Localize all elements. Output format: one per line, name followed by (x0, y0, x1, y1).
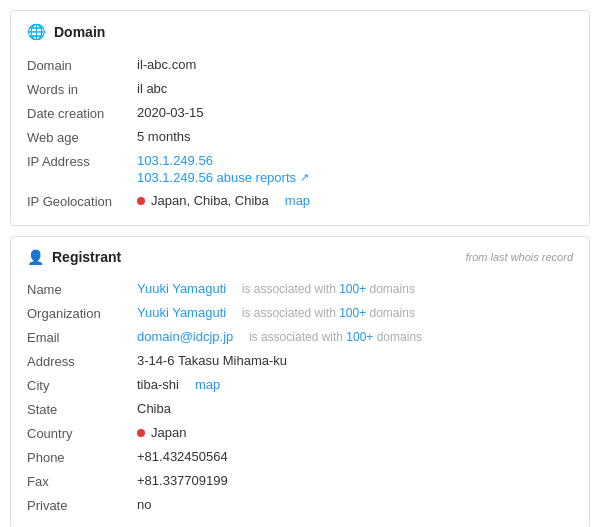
geo-dot-icon (137, 197, 145, 205)
user-icon: 👤 (27, 249, 44, 265)
org-assoc: is associated with 100+ domains (242, 306, 415, 320)
city-map-link[interactable]: map (195, 377, 220, 392)
ip-geolocation-value: Japan, Chiba, Chiba map (137, 193, 573, 208)
ip-address-block: 103.1.249.56 103.1.249.56 abuse reports … (137, 153, 573, 185)
organization-value: Yuuki Yamaguti is associated with 100+ d… (137, 305, 573, 320)
from-record-label: from last whois record (465, 251, 573, 263)
name-label: Name (27, 281, 137, 297)
domain-section-title: 🌐 Domain (27, 23, 573, 41)
city-row: City tiba-shi map (27, 373, 573, 397)
email-label: Email (27, 329, 137, 345)
date-creation-value: 2020-03-15 (137, 105, 573, 120)
domain-value: il-abc.com (137, 57, 573, 72)
registrant-section: 👤 Registrant from last whois record Name… (10, 236, 590, 527)
fax-label: Fax (27, 473, 137, 489)
address-label: Address (27, 353, 137, 369)
private-row: Private no (27, 493, 573, 517)
ip-address-row: IP Address 103.1.249.56 103.1.249.56 abu… (27, 149, 573, 189)
date-creation-row: Date creation 2020-03-15 (27, 101, 573, 125)
state-value: Chiba (137, 401, 573, 416)
ip-geolocation-label: IP Geolocation (27, 193, 137, 209)
domain-label: Domain (27, 57, 137, 73)
registrant-section-title: 👤 Registrant (27, 249, 121, 265)
city-value: tiba-shi map (137, 377, 573, 392)
external-link-icon: ↗ (300, 171, 309, 184)
city-label: City (27, 377, 137, 393)
phone-row: Phone +81.432450564 (27, 445, 573, 469)
email-value: domain@idcjp.jp is associated with 100+ … (137, 329, 573, 344)
organization-row: Organization Yuuki Yamaguti is associate… (27, 301, 573, 325)
registrant-header: 👤 Registrant from last whois record (27, 249, 573, 265)
ip-geolocation-row: IP Geolocation Japan, Chiba, Chiba map (27, 189, 573, 213)
email-link[interactable]: domain@idcjp.jp (137, 329, 233, 344)
state-label: State (27, 401, 137, 417)
geo-map-link[interactable]: map (285, 193, 310, 208)
domain-section: 🌐 Domain Domain il-abc.com Words in il a… (10, 10, 590, 226)
country-row: Country Japan (27, 421, 573, 445)
web-age-label: Web age (27, 129, 137, 145)
globe-icon: 🌐 (27, 23, 46, 41)
web-age-row: Web age 5 months (27, 125, 573, 149)
abuse-link[interactable]: 103.1.249.56 abuse reports ↗ (137, 170, 573, 185)
name-row: Name Yuuki Yamaguti is associated with 1… (27, 277, 573, 301)
address-row: Address 3-14-6 Takasu Mihama-ku (27, 349, 573, 373)
state-row: State Chiba (27, 397, 573, 421)
email-row: Email domain@idcjp.jp is associated with… (27, 325, 573, 349)
phone-label: Phone (27, 449, 137, 465)
fax-value: +81.337709199 (137, 473, 573, 488)
email-assoc: is associated with 100+ domains (249, 330, 422, 344)
name-value: Yuuki Yamaguti is associated with 100+ d… (137, 281, 573, 296)
ip-address-link[interactable]: 103.1.249.56 (137, 153, 573, 168)
country-value: Japan (137, 425, 573, 440)
name-link[interactable]: Yuuki Yamaguti (137, 281, 226, 296)
name-assoc: is associated with 100+ domains (242, 282, 415, 296)
words-in-row: Words in il abc (27, 77, 573, 101)
private-label: Private (27, 497, 137, 513)
words-in-label: Words in (27, 81, 137, 97)
country-label: Country (27, 425, 137, 441)
country-dot-icon (137, 429, 145, 437)
words-in-value: il abc (137, 81, 573, 96)
organization-link[interactable]: Yuuki Yamaguti (137, 305, 226, 320)
organization-label: Organization (27, 305, 137, 321)
address-value: 3-14-6 Takasu Mihama-ku (137, 353, 573, 368)
ip-address-label: IP Address (27, 153, 137, 169)
web-age-value: 5 months (137, 129, 573, 144)
date-creation-label: Date creation (27, 105, 137, 121)
domain-row: Domain il-abc.com (27, 53, 573, 77)
phone-value: +81.432450564 (137, 449, 573, 464)
private-value: no (137, 497, 573, 512)
fax-row: Fax +81.337709199 (27, 469, 573, 493)
